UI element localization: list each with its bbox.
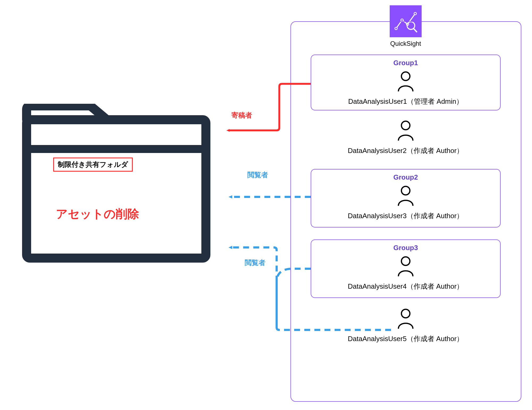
svg-point-7 <box>401 121 410 130</box>
folder-icon <box>19 104 214 266</box>
user5-block: DataAnalysisUser5（作成者 Author） <box>311 307 501 343</box>
group3-user-label: DataAnalysisUser4（作成者 Author） <box>311 282 500 291</box>
person-icon <box>396 71 415 94</box>
svg-rect-11 <box>27 120 206 258</box>
group1-user-label: DataAnalysisUser1（管理者 Admin） <box>311 97 500 106</box>
person-icon <box>396 256 415 279</box>
group2-box: Group2 DataAnalysisUser3（作成者 Author） <box>311 169 501 227</box>
svg-point-1 <box>401 19 403 21</box>
group3-box: Group3 DataAnalysisUser4（作成者 Author） <box>311 239 501 298</box>
person-icon <box>396 120 415 143</box>
user2-label: DataAnalysisUser2（作成者 Author） <box>311 146 501 155</box>
user5-label: DataAnalysisUser5（作成者 Author） <box>311 334 501 343</box>
person-icon <box>396 308 415 331</box>
folder-main-text: アセットの削除 <box>56 206 139 222</box>
arrow-label-viewer-2: 閲覧者 <box>245 258 265 267</box>
svg-point-3 <box>414 13 417 15</box>
group1-box: Group1 DataAnalysisUser1（管理者 Admin） <box>311 55 501 110</box>
group3-title: Group3 <box>311 244 500 252</box>
svg-point-6 <box>401 72 410 81</box>
person-icon <box>396 185 415 208</box>
group2-title: Group2 <box>311 173 500 181</box>
diagram-canvas: { "quicksight": { "label": "QuickSight",… <box>0 0 532 410</box>
svg-point-10 <box>401 309 410 318</box>
group2-user-label: DataAnalysisUser3（作成者 Author） <box>311 211 500 221</box>
svg-point-8 <box>401 187 410 195</box>
user2-block: DataAnalysisUser2（作成者 Author） <box>311 118 501 155</box>
folder-box-label: 制限付き共有フォルダ <box>53 158 133 172</box>
arrow-label-contributor: 寄稿者 <box>231 111 252 120</box>
svg-point-9 <box>401 257 410 266</box>
arrow-label-viewer-1: 閲覧者 <box>247 170 268 180</box>
group1-title: Group1 <box>311 59 500 67</box>
